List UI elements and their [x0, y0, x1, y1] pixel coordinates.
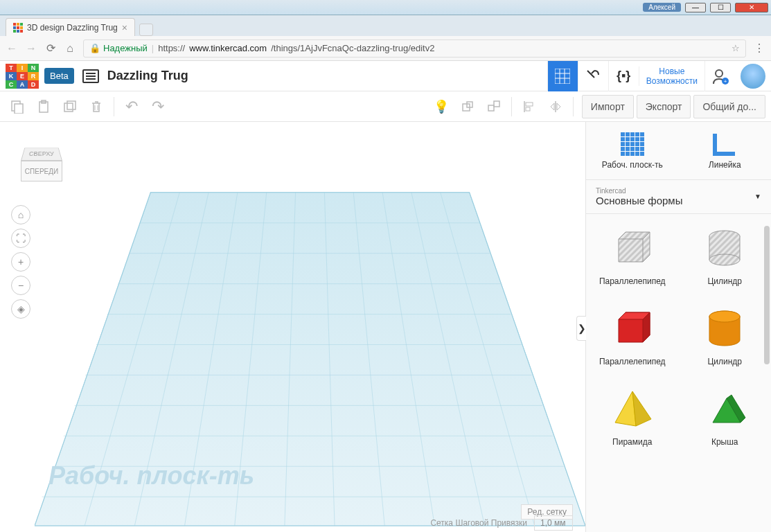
zoom-in-button[interactable]: +: [11, 252, 30, 272]
cube-icon: ◈: [17, 303, 25, 314]
shape-roof-green[interactable]: Крыша: [686, 384, 763, 447]
home-button[interactable]: ⌂: [64, 42, 76, 55]
paste-icon: [37, 100, 51, 114]
secure-indicator: 🔒 Надежный: [89, 43, 148, 53]
redo-icon: ↷: [152, 98, 164, 116]
svg-rect-22: [526, 107, 530, 111]
shape-box-red[interactable]: Параллелепипед: [594, 304, 671, 366]
window-maximize-button[interactable]: ☐: [710, 3, 731, 12]
category-title: Основные формы: [596, 195, 761, 206]
copy-button[interactable]: [6, 95, 29, 118]
code-mode-button[interactable]: {▪}: [608, 61, 639, 91]
duplicate-button[interactable]: [58, 95, 82, 118]
svg-rect-21: [526, 103, 533, 106]
ungroup-button[interactable]: [482, 95, 506, 118]
fit-icon: ⛶: [16, 233, 26, 244]
window-close-button[interactable]: ✕: [735, 3, 768, 12]
window-minimize-button[interactable]: —: [685, 3, 706, 12]
panel-scrollbar[interactable]: [764, 226, 770, 364]
svg-rect-9: [15, 104, 23, 114]
svg-rect-13: [67, 101, 76, 109]
home-view-button[interactable]: ⌂: [11, 205, 30, 224]
add-user-button[interactable]: +: [704, 61, 735, 91]
category-group: Tinkercad: [596, 187, 761, 195]
main-area: СВЕРХУ СПЕРЕДИ ⌂ ⛶ + − ◈ Рабоч. плоск-ть: [0, 122, 771, 532]
blocks-mode-button[interactable]: [578, 61, 608, 91]
workplane-grid-icon: [621, 132, 644, 156]
url-host: www.tinkercad.com: [189, 43, 267, 53]
beta-badge: Beta: [44, 68, 74, 84]
shape-category-selector[interactable]: Tinkercad Основные формы ▼: [586, 180, 771, 214]
shape-panel: ❯ Рабоч. плоск-ть Линейка Tinkercad Осно…: [585, 122, 771, 532]
secure-label: Надежный: [103, 43, 148, 53]
svg-marker-66: [632, 391, 651, 426]
viewcube-top-face[interactable]: СВЕРХУ: [21, 148, 62, 161]
fit-view-button[interactable]: ⛶: [11, 229, 30, 248]
ruler-icon: [713, 132, 736, 156]
group-button[interactable]: [456, 95, 479, 118]
svg-rect-0: [555, 69, 570, 84]
paste-button[interactable]: [32, 95, 55, 118]
redo-button[interactable]: ↷: [146, 95, 170, 118]
reload-button[interactable]: ⟳: [44, 42, 57, 55]
group-icon: [461, 100, 475, 114]
snap-value-field[interactable]: 1,0 мм: [534, 515, 573, 531]
undo-button[interactable]: ↶: [120, 95, 143, 118]
ruler-tool[interactable]: Линейка: [679, 122, 772, 179]
document-title[interactable]: Dazzling Trug: [107, 69, 547, 83]
favicon-icon: [13, 23, 23, 33]
shape-label: Цилиндр: [707, 357, 742, 366]
url-field[interactable]: 🔒 Надежный | https://www.tinkercad.com/t…: [83, 39, 746, 57]
panel-collapse-handle[interactable]: ❯: [576, 316, 586, 341]
back-button[interactable]: ←: [6, 42, 18, 55]
svg-rect-19: [494, 101, 499, 107]
url-prefix: https://: [158, 43, 185, 53]
svg-point-59: [709, 254, 740, 265]
new-features-link[interactable]: Новые Возможности: [639, 66, 704, 86]
shape-box-striped[interactable]: Параллелепипед: [594, 224, 671, 286]
user-add-icon: +: [711, 67, 729, 85]
undo-icon: ↶: [125, 98, 138, 116]
workplane-tool[interactable]: Рабоч. плоск-ть: [586, 122, 679, 179]
export-button[interactable]: Экспорт: [637, 95, 691, 118]
shape-cylinder-striped[interactable]: Цилиндр: [686, 224, 763, 286]
browser-tab[interactable]: 3D design Dazzling Trug ×: [6, 18, 135, 36]
import-button[interactable]: Импорт: [582, 95, 634, 118]
ruler-tool-label: Линейка: [709, 160, 741, 170]
plus-icon: +: [18, 256, 24, 267]
tab-close-icon[interactable]: ×: [122, 22, 127, 33]
shape-pyramid-yellow[interactable]: Пирамида: [594, 384, 671, 447]
align-button[interactable]: [517, 95, 541, 118]
svg-point-64: [709, 311, 740, 322]
bricks-mode-button[interactable]: [547, 61, 578, 91]
url-path: /things/1AjJvFcnaQc-dazzling-trug/editv2: [271, 43, 434, 53]
lightbulb-icon: 💡: [434, 99, 449, 114]
pyramid-icon: [608, 384, 657, 433]
view-controls: ⌂ ⛶ + − ◈: [11, 205, 30, 319]
tinkercad-logo[interactable]: TINKERCAD: [6, 64, 39, 89]
new-tab-button[interactable]: [139, 24, 153, 36]
shapes-list: Параллелепипед Цилиндр Параллелепипед Ци…: [586, 214, 771, 532]
browser-address-bar: ← → ⟳ ⌂ 🔒 Надежный | https://www.tinkerc…: [0, 36, 771, 61]
canvas-workspace[interactable]: СВЕРХУ СПЕРЕДИ ⌂ ⛶ + − ◈ Рабоч. плоск-ть: [0, 122, 585, 532]
share-button[interactable]: Общий до...: [693, 95, 765, 118]
svg-point-5: [716, 70, 723, 77]
forward-button[interactable]: →: [25, 42, 37, 55]
toggle-visibility-button[interactable]: 💡: [429, 95, 453, 118]
svg-text:+: +: [723, 78, 727, 85]
shape-cylinder-orange[interactable]: Цилиндр: [686, 304, 763, 366]
copy-icon: [10, 100, 24, 114]
bookmark-star-icon[interactable]: ☆: [732, 43, 740, 53]
app-header: TINKERCAD Beta Dazzling Trug {▪} Новые В…: [0, 61, 771, 91]
edit-toolbar: ↶ ↷ 💡 Импорт Экспорт Общий до...: [0, 91, 771, 122]
ungroup-icon: [487, 100, 501, 114]
zoom-out-button[interactable]: −: [11, 276, 30, 295]
new-features-line1: Новые: [646, 66, 698, 76]
user-avatar[interactable]: [741, 64, 765, 89]
ortho-toggle-button[interactable]: ◈: [11, 299, 30, 319]
document-list-icon[interactable]: [82, 69, 99, 83]
delete-button[interactable]: [85, 95, 108, 118]
svg-rect-12: [64, 103, 73, 112]
mirror-button[interactable]: [544, 95, 567, 118]
browser-menu-icon[interactable]: ⋮: [753, 42, 765, 55]
